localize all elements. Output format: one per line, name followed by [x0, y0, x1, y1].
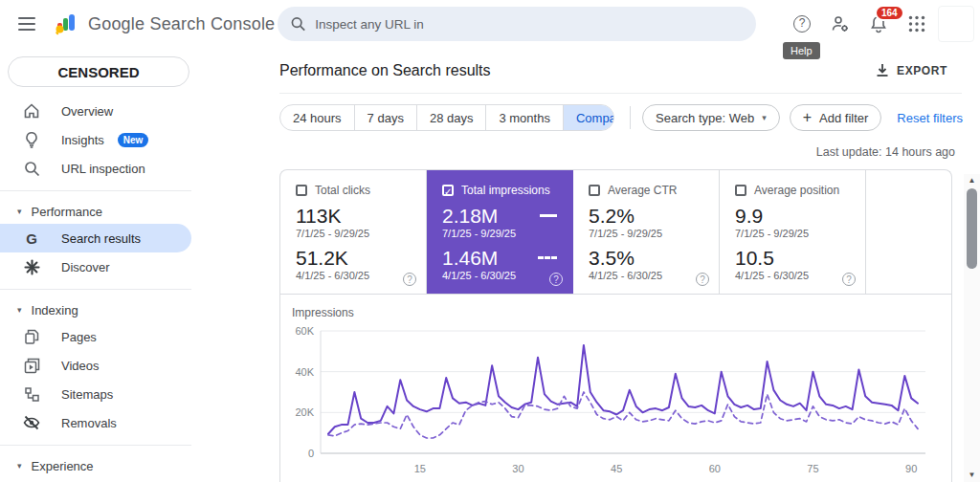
metric-value-current: 2.18M [442, 205, 498, 227]
main-header: Performance on Search results EXPORT [279, 48, 963, 93]
metric-range-previous: 4/1/25 - 6/30/25 [589, 270, 707, 281]
metric-range-current: 7/1/25 - 9/29/25 [735, 228, 854, 239]
x-axis-tick-label: 45 [611, 463, 622, 474]
metric-tiles: Total clicks 113K 7/1/25 - 9/29/25 51.2K… [280, 170, 951, 295]
filter-7-days[interactable]: 7 days [355, 105, 417, 130]
metric-label: Total clicks [315, 184, 370, 197]
metric-tile-total-impressions[interactable]: ✓Total impressions 2.18M 7/1/25 - 9/29/2… [427, 170, 573, 294]
sidebar-divider [0, 445, 191, 446]
hamburger-menu-button[interactable] [8, 5, 46, 43]
sidebar-item-label: Sitemaps [61, 387, 113, 402]
x-axis-tick-label: 75 [807, 463, 818, 474]
sidebar-item-overview[interactable]: Overview [0, 97, 191, 125]
metric-tile-total-clicks[interactable]: Total clicks 113K 7/1/25 - 9/29/25 51.2K… [280, 170, 427, 294]
sidebar-item-discover[interactable]: Discover [0, 252, 191, 281]
sidebar-item-label: Removals [61, 416, 117, 430]
sidebar-section-label: Performance [32, 205, 102, 219]
sidebar-section-indexing[interactable]: ▾ Indexing [0, 297, 260, 322]
help-icon: ? [793, 15, 811, 33]
sidebar-nav: Overview Insights New URL inspection ▾ P… [0, 97, 260, 478]
export-button[interactable]: EXPORT [868, 57, 955, 83]
filter-24-hours[interactable]: 24 hours [280, 105, 355, 130]
checkbox-checked-icon[interactable]: ✓ [442, 185, 454, 196]
metric-label: Total impressions [461, 184, 550, 197]
checkbox-unchecked-icon[interactable] [296, 185, 307, 196]
search-console-logo-icon [54, 11, 78, 36]
help-tooltip: Help [783, 42, 820, 59]
google-g-icon: G [23, 230, 40, 247]
notifications-button[interactable]: 164 [861, 7, 896, 41]
url-inspect-searchbox[interactable] [278, 7, 756, 41]
vertical-scrollbar[interactable]: ▲ ▼ [964, 174, 980, 482]
help-button[interactable]: ? [785, 7, 819, 41]
sitemap-icon [23, 385, 40, 403]
x-axis-tick-label: 90 [905, 463, 917, 474]
sidebar-divider [0, 289, 191, 290]
app-logo[interactable]: Google Search Console [54, 11, 275, 36]
caret-down-icon: ▾ [17, 207, 22, 216]
sidebar-section-performance[interactable]: ▾ Performance [0, 199, 260, 224]
google-search-console-app: Google Search Console ? 164 [0, 0, 980, 482]
reset-filters-button[interactable]: Reset filters [897, 111, 963, 125]
impressions-line-chart[interactable]: 020K40K60K153045607590 [290, 321, 941, 482]
metric-label: Average CTR [608, 184, 677, 197]
sidebar-item-removals[interactable]: Removals [0, 408, 191, 437]
metric-tile-average-position[interactable]: Average position 9.9 7/1/25 - 9/29/25 10… [720, 170, 866, 294]
date-range-segmented-control: 24 hours 7 days 28 days 3 months Compare… [279, 104, 614, 131]
apps-grid-icon [908, 15, 925, 33]
last-update-text: Last update: 14 hours ago [279, 145, 955, 159]
scrollbar-down-arrow[interactable]: ▼ [969, 469, 976, 482]
user-settings-button[interactable] [823, 7, 858, 41]
solid-line-legend-mark [540, 214, 557, 217]
sidebar-section-label: Experience [32, 459, 94, 473]
metric-value-current: 5.2% [589, 205, 707, 227]
scrollbar-thumb[interactable] [967, 188, 977, 269]
new-badge: New [118, 133, 149, 147]
caret-down-icon: ▾ [762, 113, 767, 122]
checkbox-unchecked-icon[interactable] [735, 185, 746, 196]
add-filter-chip[interactable]: + Add filter [790, 104, 882, 131]
url-inspect-input[interactable] [315, 17, 743, 32]
sidebar-item-label: Insights [61, 133, 104, 147]
filters-row: 24 hours 7 days 28 days 3 months Compare… [279, 104, 963, 131]
sidebar: CENSORED Overview Insights New URL inspe… [0, 48, 260, 482]
sidebar-item-sitemaps[interactable]: Sitemaps [0, 380, 191, 408]
search-type-chip[interactable]: Search type: Web ▾ [642, 104, 780, 131]
y-axis-tick-label: 40K [295, 366, 314, 378]
sidebar-section-label: Indexing [32, 303, 78, 318]
main-content: Performance on Search results EXPORT 24 … [260, 48, 963, 482]
property-selector[interactable]: CENSORED [8, 56, 189, 87]
sidebar-item-search-results[interactable]: G Search results [0, 224, 191, 252]
metric-help-icon[interactable]: ? [842, 273, 856, 286]
sidebar-item-videos[interactable]: Videos [0, 351, 191, 380]
search-icon [23, 160, 40, 177]
chart-title: Impressions [292, 306, 942, 319]
metric-help-icon[interactable]: ? [696, 273, 709, 286]
sidebar-item-url-inspection[interactable]: URL inspection [0, 154, 191, 183]
lightbulb-icon [23, 131, 40, 148]
metric-range-current: 7/1/25 - 9/29/25 [442, 228, 561, 239]
filter-3-months[interactable]: 3 months [486, 105, 563, 130]
filters-divider [630, 106, 631, 129]
metric-help-icon[interactable]: ? [403, 273, 416, 286]
sidebar-section-experience[interactable]: ▾ Experience [0, 453, 260, 478]
checkbox-unchecked-icon[interactable] [589, 185, 600, 196]
scrollbar-up-arrow[interactable]: ▲ [969, 174, 976, 187]
sidebar-item-label: URL inspection [61, 162, 145, 176]
google-apps-button[interactable] [900, 7, 934, 41]
metric-tile-average-ctr[interactable]: Average CTR 5.2% 7/1/25 - 9/29/25 3.5% 4… [573, 170, 720, 294]
filter-compare[interactable]: Compare ▾ [564, 105, 614, 130]
sidebar-item-label: Pages [61, 330, 97, 344]
account-avatar[interactable] [938, 6, 974, 42]
filter-28-days[interactable]: 28 days [417, 105, 487, 130]
sidebar-item-insights[interactable]: Insights New [0, 125, 191, 154]
caret-down-icon: ▾ [17, 305, 22, 315]
export-label: EXPORT [897, 64, 947, 77]
person-gear-icon [831, 14, 850, 33]
eye-off-icon [23, 414, 40, 431]
metric-help-icon[interactable]: ? [549, 273, 563, 286]
sidebar-item-label: Videos [61, 359, 100, 373]
x-axis-tick-label: 60 [709, 463, 721, 474]
sidebar-item-pages[interactable]: Pages [0, 322, 191, 351]
metric-value-current: 113K [296, 205, 414, 227]
